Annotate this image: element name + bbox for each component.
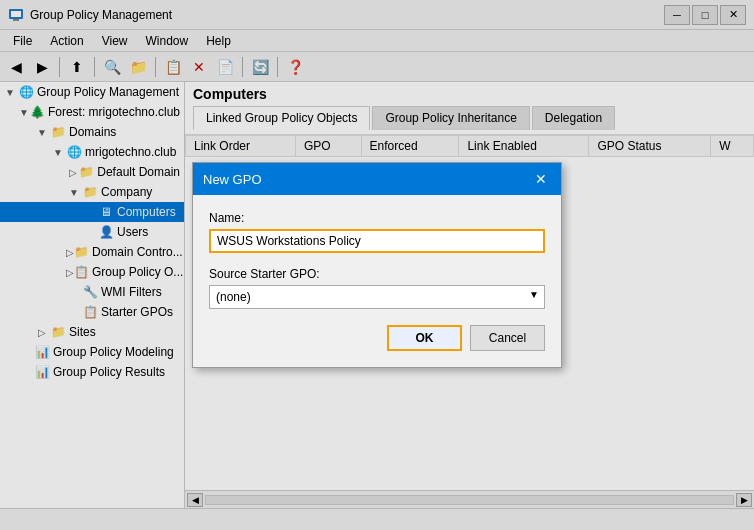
- dialog-title-bar: New GPO ✕: [193, 163, 561, 195]
- new-gpo-dialog: New GPO ✕ Name: Source Starter GPO: (non…: [192, 162, 562, 368]
- name-input[interactable]: [209, 229, 545, 253]
- dialog-close-button[interactable]: ✕: [531, 169, 551, 189]
- source-label: Source Starter GPO:: [209, 267, 545, 281]
- name-label: Name:: [209, 211, 545, 225]
- dialog-body: Name: Source Starter GPO: (none) ▼ OK Ca…: [193, 195, 561, 367]
- source-select[interactable]: (none): [209, 285, 545, 309]
- dialog-title: New GPO: [203, 172, 262, 187]
- ok-button[interactable]: OK: [387, 325, 462, 351]
- source-select-container: (none) ▼: [209, 285, 545, 309]
- dialog-buttons: OK Cancel: [209, 325, 545, 351]
- cancel-button[interactable]: Cancel: [470, 325, 545, 351]
- dialog-overlay: New GPO ✕ Name: Source Starter GPO: (non…: [0, 0, 754, 530]
